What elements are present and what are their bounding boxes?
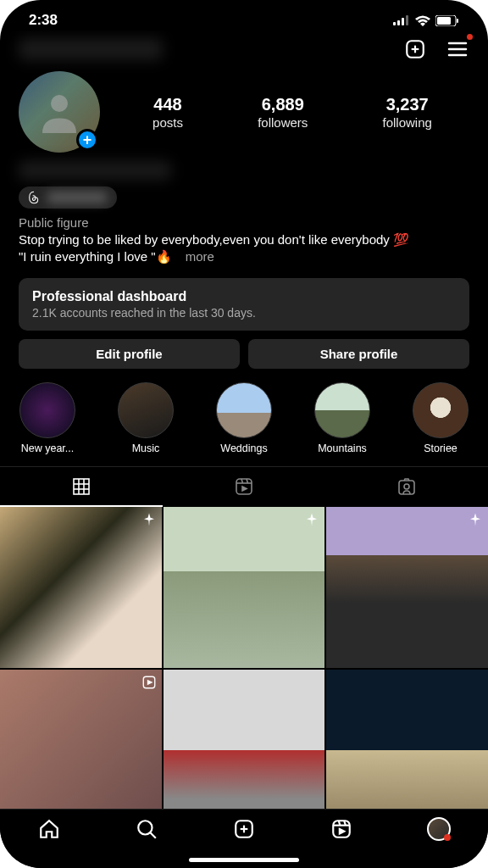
profile-category: Public figure: [19, 215, 469, 230]
threads-link[interactable]: [19, 186, 117, 209]
post-item[interactable]: [0, 670, 162, 809]
story-highlights: New year... Music Weddings Mountains Sto…: [0, 369, 488, 463]
tab-reels[interactable]: [163, 467, 325, 507]
highlight-item[interactable]: Weddings: [214, 382, 274, 454]
wifi-icon: [415, 15, 430, 26]
svg-rect-19: [236, 479, 252, 494]
threads-username: [47, 192, 107, 203]
plus-square-icon: [233, 818, 255, 840]
profile-bio: Stop trying to be liked by everybody,eve…: [19, 231, 469, 266]
svg-line-27: [150, 832, 156, 838]
posts-stat[interactable]: 448 posts: [152, 95, 183, 130]
create-button[interactable]: [403, 37, 427, 61]
hamburger-icon: [447, 41, 468, 58]
svg-rect-0: [393, 22, 396, 25]
highlight-label: New year...: [21, 442, 75, 454]
home-indicator[interactable]: [189, 858, 299, 862]
share-profile-button[interactable]: Share profile: [248, 339, 469, 369]
bio-line-2: "I ruin everything I love "🔥: [19, 249, 172, 264]
highlight-cover: [118, 382, 174, 438]
following-label: following: [383, 115, 432, 130]
following-stat[interactable]: 3,237 following: [383, 95, 432, 130]
nav-reels[interactable]: [329, 816, 354, 842]
professional-dashboard[interactable]: Professional dashboard 2.1K accounts rea…: [19, 278, 469, 331]
highlight-item[interactable]: New year...: [17, 382, 78, 454]
svg-point-13: [51, 95, 68, 112]
grid-icon: [71, 476, 92, 497]
post-item[interactable]: [0, 507, 162, 669]
pinned-icon: [141, 512, 157, 527]
status-indicators: [393, 15, 459, 26]
svg-rect-23: [399, 481, 414, 494]
svg-point-26: [138, 821, 152, 834]
post-item[interactable]: [326, 670, 488, 809]
following-count: 3,237: [383, 95, 432, 114]
username-text: [19, 38, 163, 60]
tagged-icon: [396, 476, 417, 497]
posts-count: 448: [152, 95, 183, 114]
svg-point-24: [404, 484, 409, 489]
highlight-item[interactable]: Mountains: [312, 382, 373, 454]
highlight-cover: [413, 382, 469, 438]
edit-profile-button[interactable]: Edit profile: [19, 339, 240, 369]
reels-icon: [330, 818, 352, 840]
followers-count: 6,889: [258, 95, 308, 114]
plus-square-icon: [404, 38, 426, 60]
home-icon: [38, 818, 60, 840]
battery-icon: [435, 15, 459, 26]
highlight-item[interactable]: Storiee: [410, 382, 471, 454]
svg-rect-14: [74, 479, 89, 494]
nav-profile[interactable]: [426, 816, 452, 842]
highlight-label: Music: [132, 442, 160, 454]
highlight-cover: [216, 382, 272, 438]
cellular-icon: [393, 15, 410, 25]
add-story-icon[interactable]: +: [76, 129, 98, 151]
status-time: 2:38: [29, 12, 58, 29]
svg-rect-2: [402, 18, 404, 25]
bio-line-1: Stop trying to be liked by everybody,eve…: [19, 232, 409, 247]
followers-stat[interactable]: 6,889 followers: [258, 95, 308, 130]
threads-icon: [27, 191, 41, 204]
svg-rect-1: [397, 20, 400, 25]
menu-button[interactable]: [446, 37, 469, 61]
dashboard-subtitle: 2.1K accounts reached in the last 30 day…: [32, 306, 456, 320]
svg-rect-5: [437, 17, 451, 25]
bio-more-button[interactable]: more: [186, 249, 214, 264]
nav-create[interactable]: [231, 816, 257, 842]
post-item[interactable]: [164, 507, 325, 669]
highlight-item[interactable]: Music: [115, 382, 176, 454]
followers-label: followers: [258, 115, 308, 130]
pinned-icon: [304, 512, 319, 527]
highlight-label: Storiee: [424, 442, 458, 454]
posts-label: posts: [152, 115, 183, 130]
post-item[interactable]: [326, 507, 488, 669]
highlight-cover: [19, 382, 75, 438]
post-item[interactable]: [164, 670, 325, 809]
highlight-label: Mountains: [318, 442, 367, 454]
nav-home[interactable]: [36, 816, 62, 842]
content-tabs: [0, 466, 488, 507]
svg-rect-6: [457, 19, 458, 23]
notification-dot-icon: [467, 34, 473, 40]
tab-tagged[interactable]: [325, 467, 488, 507]
highlight-cover: [314, 382, 370, 438]
username-dropdown[interactable]: [19, 38, 163, 60]
profile-avatar-icon: [427, 817, 451, 841]
dashboard-title: Professional dashboard: [32, 289, 456, 304]
profile-avatar[interactable]: +: [19, 71, 100, 153]
reel-badge-icon: [141, 675, 157, 690]
search-icon: [136, 818, 158, 840]
display-name: [19, 161, 171, 180]
pinned-icon: [468, 512, 483, 527]
svg-rect-3: [406, 15, 408, 25]
profile-header: [0, 31, 488, 66]
highlight-label: Weddings: [220, 442, 267, 454]
nav-search[interactable]: [134, 816, 159, 842]
status-bar: 2:38: [0, 0, 488, 32]
reels-icon: [234, 476, 254, 497]
posts-grid: [0, 507, 488, 810]
tab-grid[interactable]: [0, 467, 163, 507]
